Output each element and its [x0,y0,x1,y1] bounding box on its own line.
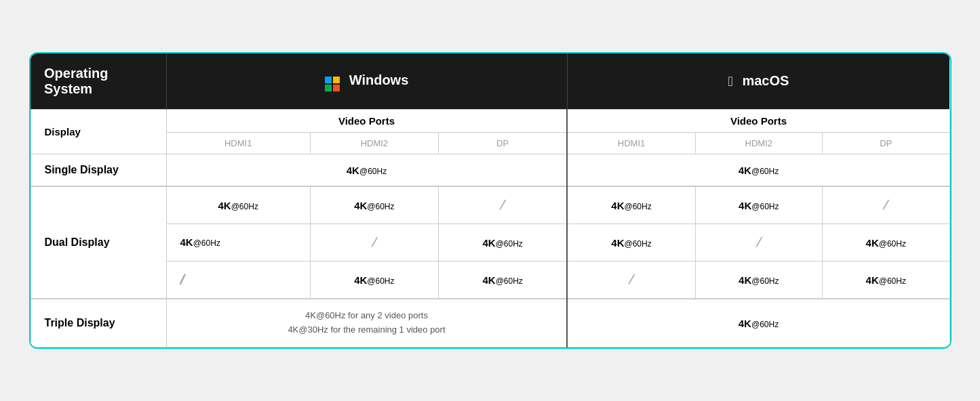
dual-display-row-2: 4K@60Hz / 4K@60Hz 4K@60Hz / 4K@60Hz [31,224,949,261]
dual-row3-win-hdmi1: / [166,261,310,299]
single-display-mac-value: 4K@60Hz [567,154,949,187]
apple-icon:  [728,74,733,89]
dual-row3-win-dp: 4K@60Hz [438,261,567,299]
subheader-row-2: HDMI1 HDMI2 DP HDMI1 HDMI2 DP [31,133,949,154]
slash-icon: / [178,271,187,289]
mac-hdmi1-col-header: HDMI1 [567,133,695,154]
single-display-label: Single Display [31,154,166,187]
slash-icon: / [882,196,890,215]
win-hdmi1-col-header: HDMI1 [166,133,310,154]
slash-icon: / [754,234,763,252]
single-mac-4k-text: 4K@60Hz [739,165,779,176]
triple-display-mac-value: 4K@60Hz [567,299,949,347]
dual-row3-mac-dp: 4K@60Hz [823,261,949,299]
mac-dp-col-header: DP [823,133,949,154]
windows-icon [325,71,340,91]
macos-header-cell:  macOS [567,54,949,110]
dual-row1-win-dp: / [438,186,567,224]
windows-label: Windows [349,72,409,87]
os-header-cell: Operating System [31,54,166,110]
subheader-row-1: Display Video Ports Video Ports [31,110,949,133]
display-label-cell: Display [31,110,166,154]
single-display-row: Single Display 4K@60Hz 4K@60Hz [31,154,949,187]
win-dp-col-header: DP [438,133,567,154]
dual-row2-mac-hdmi1: 4K@60Hz [567,224,695,261]
slash-icon: / [370,234,379,252]
dual-row2-win-hdmi1: 4K@60Hz [166,224,310,261]
dual-row2-win-hdmi2: / [310,224,438,261]
dual-row1-mac-hdmi1: 4K@60Hz [567,186,695,224]
triple-mac-4k-text: 4K@60Hz [739,318,779,329]
dual-row2-mac-dp: 4K@60Hz [823,224,949,261]
dual-display-row-1: Dual Display 4K@60Hz 4K@60Hz / 4K@60Hz 4… [31,186,949,224]
dual-row2-mac-hdmi2: / [695,224,822,261]
mac-video-ports-label: Video Ports [567,110,949,133]
dual-display-row-3: / 4K@60Hz 4K@60Hz / 4K@60Hz 4K@60Hz [31,261,949,299]
mac-hdmi2-col-header: HDMI2 [695,133,822,154]
dual-row1-mac-dp: / [823,186,949,224]
triple-display-label: Triple Display [31,299,166,347]
dual-row3-mac-hdmi2: 4K@60Hz [695,261,822,299]
dual-row3-mac-hdmi1: / [567,261,695,299]
windows-header-cell: Windows [166,54,567,110]
single-win-4k-text: 4K@60Hz [347,165,387,176]
dual-display-label: Dual Display [31,186,166,299]
triple-win-text: 4K@60Hz for any 2 video ports 4K@30Hz fo… [174,309,560,337]
macos-label: macOS [742,73,789,88]
slash-icon: / [498,196,507,215]
main-table-wrapper: Operating System Windows  macOS Display… [29,52,952,349]
dual-row1-win-hdmi2: 4K@60Hz [310,186,438,224]
triple-win-line1: 4K@60Hz for any 2 video ports [174,309,560,323]
win-hdmi2-col-header: HDMI2 [310,133,438,154]
dual-row2-win-dp: 4K@60Hz [438,224,567,261]
triple-win-line2: 4K@30Hz for the remaining 1 video port [174,323,560,337]
header-row: Operating System Windows  macOS [31,54,949,110]
triple-display-win-value: 4K@60Hz for any 2 video ports 4K@30Hz fo… [166,299,567,347]
single-display-win-value: 4K@60Hz [166,154,567,187]
triple-display-row: Triple Display 4K@60Hz for any 2 video p… [31,299,949,347]
dual-row1-mac-hdmi2: 4K@60Hz [695,186,822,224]
dual-row1-win-hdmi1: 4K@60Hz [166,186,310,224]
win-video-ports-label: Video Ports [166,110,567,133]
slash-icon: / [627,271,636,289]
dual-row3-win-hdmi2: 4K@60Hz [310,261,438,299]
